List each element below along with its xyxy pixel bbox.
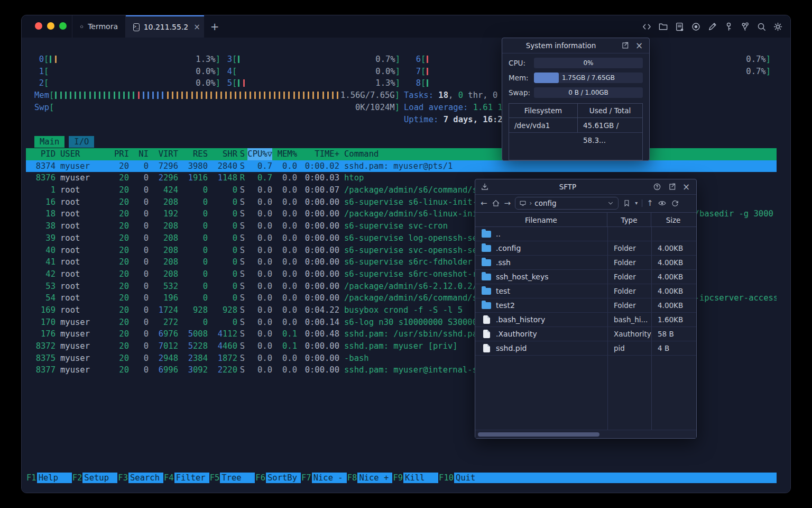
terminal-icon: >_ — [133, 23, 140, 31]
zoom-window-button[interactable] — [59, 22, 67, 30]
fn-quit-button[interactable]: Quit — [454, 473, 489, 483]
fn-bar-fill — [489, 473, 777, 483]
fn-key-label: F10 — [438, 473, 454, 483]
fn-search-button[interactable]: Search — [128, 473, 163, 483]
type-column-header[interactable]: Type — [607, 213, 651, 226]
htop-tab-main[interactable]: Main — [34, 136, 64, 148]
path-breadcrumb[interactable]: › config — [515, 197, 619, 210]
file-name: .config — [496, 244, 521, 252]
file-size: 4 B — [651, 344, 695, 352]
file-row[interactable]: .. — [475, 227, 696, 241]
scrollbar-thumb[interactable] — [478, 432, 599, 437]
show-hidden-eye-icon[interactable] — [658, 199, 667, 207]
close-panel-icon[interactable]: × — [682, 183, 691, 191]
bookmark-icon[interactable] — [623, 199, 631, 207]
system-meter-row: Mem:1.75GB / 7.65GB — [509, 72, 643, 83]
filename-column-header[interactable]: Filename — [475, 213, 607, 226]
fn-tree-button[interactable]: Tree — [220, 473, 255, 483]
refresh-icon[interactable] — [671, 199, 679, 207]
column-header-time[interactable]: TIME+ — [297, 148, 339, 160]
active-tab-label: 10.211.55.2 — [144, 23, 189, 31]
file-row[interactable]: testFolder4.00KB — [475, 284, 696, 298]
file-row[interactable]: .sshFolder4.00KB — [475, 256, 696, 270]
help-icon[interactable] — [653, 183, 661, 191]
fn-sortby-button[interactable]: SortBy — [266, 473, 301, 483]
fn-filter-button[interactable]: Filter — [174, 473, 209, 483]
new-tab-button[interactable]: + — [206, 15, 224, 38]
column-header-ni[interactable]: NI — [129, 148, 149, 160]
file-row[interactable]: .configFolder4.00KB — [475, 241, 696, 256]
file-row[interactable]: .bash_historybash_hi...1.60KB — [475, 313, 696, 327]
key-icon[interactable] — [724, 22, 734, 32]
column-header-pid[interactable]: PID — [26, 148, 56, 160]
forward-icon[interactable]: → — [504, 198, 511, 208]
file-size: 1.60KB — [651, 315, 695, 324]
open-in-window-icon[interactable] — [621, 41, 629, 50]
search-icon[interactable] — [756, 22, 767, 32]
back-icon[interactable]: ← — [481, 198, 487, 208]
file-row[interactable]: ssh_host_keysFolder4.00KB — [475, 270, 696, 284]
column-header-s[interactable]: S — [237, 148, 247, 160]
folder-icon — [482, 259, 491, 266]
tab-termora-home[interactable]: Termora — [72, 15, 126, 38]
current-path: config — [534, 199, 604, 207]
meter-value: 0 B / 1.00GB — [568, 89, 608, 96]
notes-icon[interactable] — [675, 22, 685, 32]
fn-kill-button[interactable]: Kill — [403, 473, 438, 483]
column-header-mem[interactable]: MEM% — [272, 148, 297, 160]
system-information-header: System information × — [502, 38, 649, 53]
filesystem-column-header: Filesystem — [509, 104, 578, 117]
process-table-header[interactable]: PIDUSERPRINIVIRTRESSHRSCPU%▽MEM%TIME+Com… — [26, 148, 777, 160]
file-type: Folder — [607, 273, 651, 281]
bookmark-caret-icon[interactable]: ▾ — [635, 200, 638, 206]
column-header-res[interactable]: RES — [178, 148, 208, 160]
htop-function-bar: F1HelpF2SetupF3SearchF4FilterF5TreeF6Sor… — [26, 473, 777, 483]
fn-nice-button[interactable]: Nice - — [312, 473, 347, 483]
server-icon — [519, 199, 527, 207]
file-size: 4.00KB — [651, 301, 695, 310]
close-panel-icon[interactable]: × — [635, 41, 644, 50]
column-header-user[interactable]: USER — [56, 148, 109, 160]
minimize-window-button[interactable] — [47, 22, 54, 30]
home-icon[interactable] — [492, 199, 500, 207]
process-row[interactable]: 8374myuser200729639802840S0.70.00:00.02s… — [26, 160, 777, 173]
swap-meter: Swp[0K/1024M] — [34, 102, 400, 114]
folder-icon[interactable] — [658, 22, 668, 32]
cpu-meter: 0[1.3%] — [39, 53, 220, 66]
edit-icon[interactable] — [707, 22, 717, 32]
tab-ssh-session[interactable]: >_ 10.211.55.2 × — [126, 15, 204, 38]
column-header-virt[interactable]: VIRT — [149, 148, 178, 160]
close-tab-icon[interactable]: × — [193, 22, 200, 32]
column-header-shr[interactable]: SHR — [208, 148, 237, 160]
chevron-down-icon[interactable] — [607, 199, 614, 207]
file-name: .bash_history — [496, 315, 545, 324]
file-row[interactable]: .XauthorityXauthority58 B — [475, 327, 696, 341]
open-in-window-icon[interactable] — [668, 183, 676, 191]
download-icon[interactable] — [481, 183, 489, 191]
fn-key-label: F5 — [209, 473, 220, 483]
code-icon[interactable] — [642, 22, 652, 32]
uptime: Uptime: 7 days, 16:2 — [404, 114, 503, 126]
fn-nice-button[interactable]: Nice + — [357, 473, 392, 483]
file-size: 4.00KB — [651, 273, 695, 281]
horizontal-scrollbar[interactable] — [475, 430, 696, 438]
fn-help-button[interactable]: Help — [37, 473, 72, 483]
meter-label: CPU: — [509, 59, 534, 67]
home-icon — [80, 22, 84, 31]
filesystem-table: Filesystem Used / Total /dev/vda145.61GB… — [509, 103, 643, 160]
settings-icon[interactable] — [773, 22, 783, 32]
htop-tab-io[interactable]: I/O — [69, 136, 94, 148]
sftp-toolbar: ← → › config ▾ ↑ — [475, 195, 696, 211]
titlebar-toolbar — [642, 15, 783, 38]
keychain-icon[interactable] — [740, 22, 750, 32]
column-header-pri[interactable]: PRI — [109, 148, 129, 160]
file-row[interactable]: sshd.pidpid4 B — [475, 341, 696, 356]
file-row[interactable]: test2Folder4.00KB — [475, 298, 696, 313]
size-column-header[interactable]: Size — [651, 213, 695, 226]
close-window-button[interactable] — [35, 22, 42, 30]
record-icon[interactable] — [691, 22, 701, 32]
fn-setup-button[interactable]: Setup — [82, 473, 117, 483]
column-header-cpu[interactable]: CPU%▽ — [247, 148, 272, 160]
parent-directory-icon[interactable]: ↑ — [647, 198, 653, 208]
meter-bar: 1.75GB / 7.65GB — [534, 72, 643, 83]
